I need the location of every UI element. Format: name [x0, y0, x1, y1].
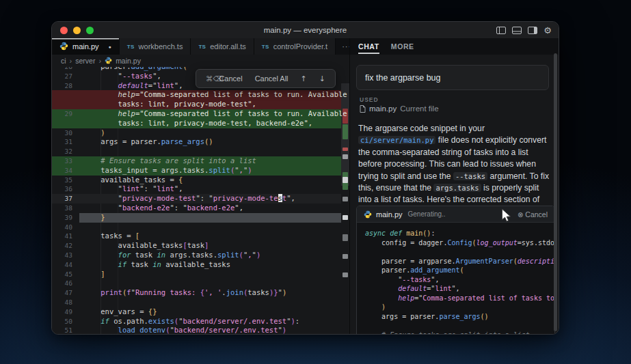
- code-text: [72, 279, 83, 288]
- python-icon: [364, 210, 372, 219]
- typescript-icon: TS: [262, 44, 269, 50]
- toggle-secondary-sidebar-icon[interactable]: [528, 27, 537, 34]
- code-text: args = parser.parse_args(): [72, 137, 213, 147]
- ruler-mark: [343, 197, 348, 201]
- tab-main.py[interactable]: main.py●: [52, 38, 120, 55]
- settings-gear-icon[interactable]: ⚙: [543, 26, 552, 35]
- titlebar-actions: ⚙: [496, 22, 552, 38]
- prev-change-button[interactable]: ↑: [301, 74, 307, 83]
- cancel-generation-button[interactable]: ⊗Cancel: [518, 210, 548, 219]
- line-number: 51: [52, 326, 72, 334]
- toggle-panel-icon[interactable]: [512, 27, 522, 34]
- message-text: The argparse code snippet in your: [358, 124, 485, 133]
- tab-label: main.py: [72, 42, 99, 51]
- code-line-40: 40: [52, 223, 341, 232]
- line-number: 39: [52, 213, 72, 223]
- code-text: [72, 223, 83, 232]
- ruler-mark: [343, 254, 348, 259]
- toggle-sidebar-icon[interactable]: [496, 27, 506, 34]
- used-file-item[interactable]: main.py Current file: [360, 104, 439, 113]
- code-line: parser = argparse.ArgumentParser(descrip…: [365, 257, 554, 266]
- code-line-31: 31 args = parser.parse_args(): [52, 137, 341, 147]
- tab-label: workbench.ts: [139, 42, 183, 51]
- app-window: main.py — everysphere ⚙ main.py●TSworkbe…: [51, 21, 559, 335]
- code-text: # Ensure tasks are split into a list: [72, 156, 256, 166]
- line-number: 44: [52, 260, 72, 270]
- code-text: parser = argparse.ArgumentParser(descrip…: [365, 257, 555, 266]
- tab-chat[interactable]: CHAT: [358, 38, 379, 55]
- ai-diff-widget: ⌘⌫ Cancel Cancel All ↑ ↓: [196, 69, 336, 88]
- code-line-49: 49 env_vars = {}: [52, 307, 341, 317]
- desktop: main.py — everysphere ⚙ main.py●TSworkbe…: [0, 0, 631, 364]
- code-text: print(f"Running tasks: {', '.join(tasks)…: [72, 288, 286, 298]
- editor-pane: main.py●TSworkbench.tsTSeditor.all.tsTSc…: [52, 38, 349, 334]
- code-text: "--tasks",: [365, 275, 439, 285]
- breadcrumb-separator: ›: [98, 57, 101, 65]
- code-line: default="lint",: [365, 284, 554, 294]
- cancel-button[interactable]: Cancel: [219, 74, 242, 83]
- code-line: help="Comma-separated list of tasks to r…: [365, 294, 554, 303]
- tab-editor.all.ts[interactable]: TSeditor.all.ts: [191, 38, 254, 55]
- close-window-button[interactable]: [60, 27, 68, 34]
- chat-input[interactable]: [356, 65, 549, 90]
- code-line-29: 29 help="Comma-separated list of tasks t…: [52, 109, 341, 119]
- code-text: [72, 147, 83, 156]
- code-text: ): [365, 303, 386, 312]
- tab-overflow-button[interactable]: ···: [336, 38, 349, 55]
- code-line: async def main():: [365, 229, 554, 238]
- line-number: 28: [52, 81, 72, 91]
- code-line-33: 33 # Ensure tasks are split into a list: [52, 156, 341, 166]
- code-line-34: 34 tasks_input = args.tasks.split(","): [52, 166, 341, 176]
- inline-code-link[interactable]: ci/server/main.py: [358, 136, 435, 144]
- breadcrumb-item: ci: [61, 57, 66, 65]
- traffic-lights: [60, 27, 94, 34]
- code-line: # Ensure tasks are split into a list: [365, 331, 554, 335]
- ruler-mark: [343, 272, 348, 277]
- code-text: }: [72, 213, 105, 223]
- line-number: 46: [52, 279, 72, 288]
- line-number: [52, 90, 72, 100]
- next-change-button[interactable]: ↓: [319, 74, 325, 83]
- file-icon: [360, 105, 366, 113]
- ruler-mark: [343, 124, 348, 139]
- line-number: 36: [52, 184, 72, 194]
- code-text: default="lint",: [365, 284, 460, 294]
- code-text: available_tasks[task]: [72, 241, 209, 251]
- code-text: if os.path.exists("backend/server/.env.t…: [72, 317, 299, 326]
- line-number: 32: [52, 147, 72, 156]
- line-number: 27: [52, 72, 72, 81]
- tab-workbench.ts[interactable]: TSworkbench.ts: [120, 38, 191, 55]
- titlebar: main.py — everysphere ⚙: [52, 22, 559, 38]
- code-text: help="Comma-separated list of tasks to r…: [72, 90, 347, 100]
- chat-scrollbar[interactable]: [554, 53, 557, 331]
- breadcrumb[interactable]: ci›server›main.py: [52, 55, 349, 67]
- cancel-all-button[interactable]: Cancel All: [255, 74, 288, 83]
- line-number: 30: [52, 128, 72, 138]
- code-line-43: 43 for task in args.tasks.split(","): [52, 251, 341, 260]
- chat-code-block: main.py Generating.. ⊗Cancel async def m…: [356, 206, 555, 334]
- code-line-37: 37 "privacy-mode-test": "privacy-mode-te…: [52, 194, 341, 204]
- code-line: config = dagger.Config(log_output=sys.st…: [365, 238, 554, 248]
- tab-more[interactable]: MORE: [391, 38, 414, 55]
- line-number: 48: [52, 298, 72, 307]
- code-line: help="Comma-separated list of tasks to r…: [52, 90, 341, 100]
- minimize-window-button[interactable]: [73, 27, 81, 34]
- tab-controlProvider.t[interactable]: TScontrolProvider.t: [254, 38, 336, 55]
- code-editor[interactable]: 26 parser.add_argument(27 "--tasks",28 d…: [52, 62, 341, 334]
- typescript-icon: TS: [198, 44, 206, 50]
- code-text: "privacy-mode-test": "privacy-mode-test"…: [72, 194, 295, 204]
- python-icon: [59, 42, 68, 52]
- zoom-window-button[interactable]: [86, 27, 94, 34]
- code-text: if task in available_tasks: [72, 260, 230, 270]
- used-file-desc: Current file: [400, 104, 438, 113]
- code-text: tasks = [: [72, 232, 139, 241]
- code-line: [365, 247, 554, 257]
- line-number: 45: [52, 270, 72, 279]
- code-text: for task in args.tasks.split(","): [72, 251, 260, 260]
- breadcrumb-item: server: [75, 57, 95, 65]
- ruler-mark: [343, 148, 348, 151]
- line-number: 40: [52, 223, 72, 232]
- code-line-45: 45 ]: [52, 270, 341, 279]
- line-number: 50: [52, 317, 72, 326]
- code-line-41: 41 tasks = [: [52, 232, 341, 241]
